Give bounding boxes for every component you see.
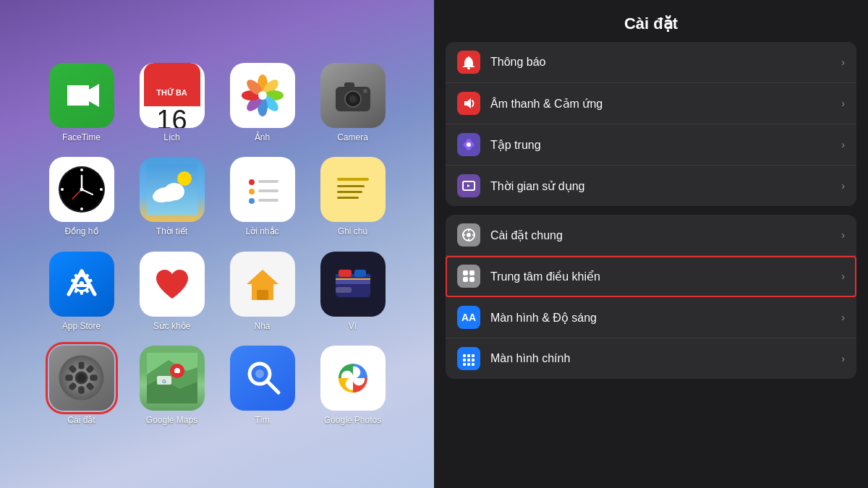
settings-item-display[interactable]: AA Màn hình & Độ sáng ›	[446, 297, 856, 338]
svg-point-19	[80, 168, 83, 171]
svg-line-79	[267, 381, 278, 393]
chevron-general: ›	[841, 229, 845, 241]
svg-rect-94	[469, 277, 475, 282]
svg-rect-103	[467, 363, 470, 366]
app-label-home: Nhà	[254, 321, 270, 331]
settings-item-focus[interactable]: Tập trung ›	[446, 124, 856, 166]
app-label-wallet: Ví	[349, 321, 357, 331]
svg-rect-100	[467, 359, 470, 361]
app-grid: FaceTime THỨ BA 16 Lịch	[42, 63, 393, 426]
svg-rect-41	[337, 191, 362, 193]
settings-group-1: Thông báo › Âm thanh & Cảm ứng › Tập tru…	[446, 42, 856, 206]
chevron-sounds: ›	[841, 98, 845, 109]
settings-item-sounds[interactable]: Âm thanh & Cảm ứng ›	[446, 83, 856, 124]
svg-rect-33	[258, 180, 278, 183]
svg-point-32	[249, 179, 255, 185]
app-label-settings: Cài đặt	[67, 415, 95, 425]
svg-point-10	[258, 91, 267, 100]
svg-rect-68	[66, 375, 73, 381]
svg-marker-82	[464, 98, 471, 108]
app-label-notes: Ghi chú	[338, 226, 367, 236]
svg-rect-55	[336, 287, 352, 293]
chevron-display: ›	[841, 312, 845, 323]
svg-point-16	[363, 89, 367, 93]
svg-marker-0	[67, 85, 89, 106]
focus-icon	[457, 133, 480, 156]
svg-point-28	[177, 171, 192, 186]
app-label-find: Tìm	[255, 415, 270, 425]
app-label-weather: Thời tiết	[156, 226, 187, 236]
svg-point-26	[80, 188, 83, 192]
settings-item-controlcenter[interactable]: Trung tâm điều khiển ›	[446, 256, 856, 297]
svg-rect-81	[467, 67, 470, 69]
svg-point-83	[467, 142, 471, 147]
settings-panel: Cài đặt Thông báo › Âm thanh & Cảm ứng ›	[434, 0, 868, 488]
svg-point-21	[61, 188, 64, 191]
app-notes[interactable]: Ghi chú	[313, 157, 393, 236]
svg-point-74	[174, 368, 180, 374]
svg-rect-101	[472, 359, 475, 361]
svg-rect-37	[258, 199, 278, 202]
settings-item-homescreen[interactable]: Màn hình chính ›	[446, 338, 856, 379]
app-label-reminders: Lời nhắc	[245, 226, 278, 236]
app-weather[interactable]: Thời tiết	[132, 157, 212, 236]
chevron-controlcenter: ›	[841, 270, 845, 282]
svg-point-86	[467, 233, 471, 237]
notifications-icon	[457, 51, 480, 74]
settings-item-screentime[interactable]: Thời gian sử dụng ›	[446, 166, 856, 206]
svg-rect-38	[331, 168, 375, 211]
settings-item-notifications[interactable]: Thông báo ›	[446, 42, 856, 83]
app-label-maps: Google Maps	[146, 415, 197, 425]
svg-rect-93	[463, 277, 468, 282]
settings-label-controlcenter: Trung tâm điều khiển	[490, 270, 841, 283]
svg-rect-53	[354, 270, 366, 277]
app-label-photos: Ảnh	[255, 132, 270, 142]
svg-point-22	[100, 188, 103, 191]
svg-rect-92	[469, 270, 475, 275]
app-calendar[interactable]: THỨ BA 16 Lịch	[132, 63, 212, 142]
svg-rect-48	[257, 290, 268, 300]
svg-rect-96	[463, 354, 466, 357]
app-label-gphotos: Google Photos	[324, 415, 381, 425]
svg-rect-40	[337, 185, 365, 187]
app-settings[interactable]: Cài đặt	[42, 346, 122, 425]
app-reminders[interactable]: Lời nhắc	[223, 157, 302, 236]
svg-text:AA: AA	[461, 312, 476, 323]
svg-rect-97	[467, 354, 470, 357]
settings-title: Cài đặt	[434, 0, 868, 42]
svg-rect-42	[337, 197, 359, 199]
app-label-camera: Camera	[337, 132, 368, 142]
settings-item-general[interactable]: Cài đặt chung ›	[446, 215, 856, 256]
app-label-facetime: FaceTime	[62, 132, 101, 142]
app-appstore[interactable]: ⚙ App Store	[42, 252, 122, 331]
svg-point-80	[255, 369, 264, 378]
general-icon	[457, 223, 480, 247]
svg-point-20	[80, 207, 83, 210]
app-gphotos[interactable]: Google Photos	[313, 346, 393, 425]
app-label-health: Sức khỏe	[153, 321, 191, 331]
svg-rect-59	[79, 362, 85, 369]
sounds-icon	[457, 92, 480, 115]
app-home[interactable]: Nhà	[223, 252, 302, 331]
settings-label-sounds: Âm thanh & Cảm ứng	[490, 97, 841, 111]
app-camera[interactable]: Camera	[313, 63, 393, 142]
app-clock[interactable]: Đồng hồ	[42, 157, 122, 236]
svg-rect-104	[472, 363, 475, 366]
app-find[interactable]: Tìm	[223, 346, 302, 425]
svg-rect-15	[344, 82, 354, 88]
homescreen-icon	[457, 347, 480, 370]
app-health[interactable]: Sức khỏe	[132, 252, 212, 331]
svg-rect-52	[336, 280, 370, 284]
app-photos[interactable]: Ảnh	[223, 63, 302, 142]
app-maps[interactable]: G Google Maps	[132, 346, 212, 425]
chevron-screentime: ›	[841, 180, 845, 192]
chevron-homescreen: ›	[841, 353, 845, 364]
app-wallet[interactable]: Ví	[313, 252, 393, 331]
svg-rect-64	[90, 375, 98, 381]
app-label-calendar: Lịch	[163, 132, 179, 142]
svg-point-36	[249, 198, 255, 204]
svg-rect-54	[339, 270, 352, 277]
app-facetime[interactable]: FaceTime	[42, 63, 122, 142]
settings-label-general: Cài đặt chung	[490, 228, 841, 242]
svg-rect-99	[463, 359, 466, 361]
